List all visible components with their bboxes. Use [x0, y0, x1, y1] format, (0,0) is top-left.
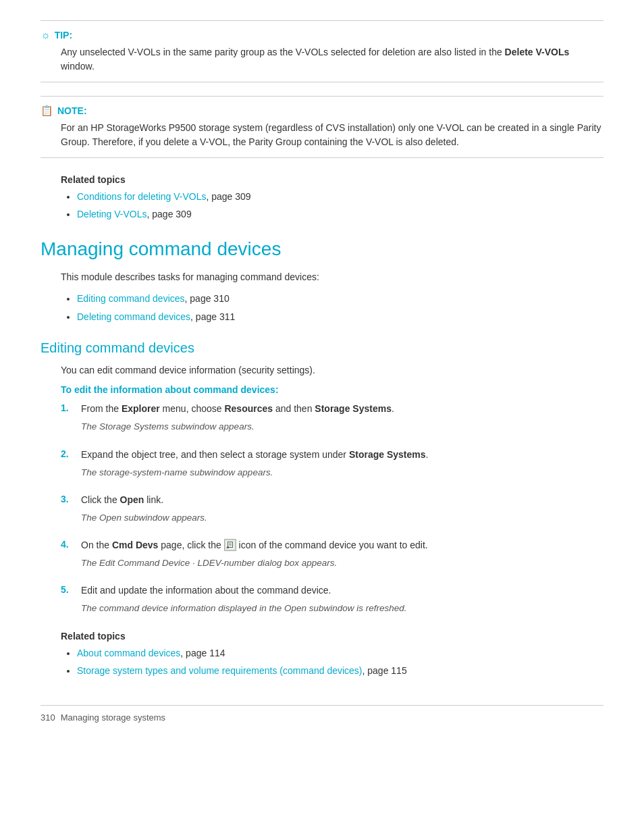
step-1-num: 1.: [61, 402, 81, 413]
step-2-sub: The storage-system-name subwindow appear…: [81, 466, 603, 479]
editing-command-devices-link[interactable]: Editing command devices: [77, 293, 185, 304]
deleting-vvols-link[interactable]: Deleting V-VOLs: [77, 209, 147, 219]
about-command-devices-link[interactable]: About command devices: [77, 648, 180, 658]
step-5-sub: The command device information displayed…: [81, 602, 603, 615]
managing-desc: This module describes tasks for managing…: [61, 269, 603, 284]
managing-title: Managing command devices: [41, 238, 603, 260]
step-5: 5. Edit and update the information about…: [61, 583, 603, 619]
editing-section: Editing command devices You can edit com…: [41, 340, 603, 678]
conditions-for-deleting-link[interactable]: Conditions for deleting V-VOLs: [77, 191, 206, 202]
list-item: Conditions for deleting V-VOLs, page 309: [77, 189, 603, 204]
related-topics-2-label: Related topics: [61, 631, 603, 642]
note-block: 📋 NOTE: For an HP StorageWorks P9500 sto…: [41, 96, 603, 158]
deleting-command-devices-link[interactable]: Deleting command devices: [77, 311, 190, 322]
list-item: Editing command devices, page 310: [77, 291, 603, 306]
note-text: For an HP StorageWorks P9500 storage sys…: [61, 121, 603, 149]
related-topics-1-section: Related topics Conditions for deleting V…: [41, 174, 603, 222]
tip-label: ☼ TIP:: [41, 29, 603, 41]
managing-bullets: Editing command devices, page 310 Deleti…: [61, 291, 603, 324]
tip-icon: ☼: [41, 29, 51, 41]
footer-bar: 310 Managing storage systems: [41, 705, 603, 723]
step-4: 4. On the Cmd Devs page, click the icon …: [61, 538, 603, 574]
list-item: Deleting command devices, page 311: [77, 309, 603, 324]
list-item: Deleting V-VOLs, page 309: [77, 207, 603, 221]
step-1: 1. From the Explorer menu, choose Resour…: [61, 402, 603, 438]
step-3-text: Click the Open link.: [81, 493, 603, 507]
step-2-num: 2.: [61, 448, 81, 459]
step-3-content: Click the Open link. The Open subwindow …: [81, 493, 603, 529]
step-4-sub: The Edit Command Device · LDEV-number di…: [81, 556, 603, 570]
list-item: About command devices, page 114: [77, 646, 603, 660]
related-topics-1-label: Related topics: [61, 174, 603, 185]
tip-bold: Delete V-VOLs: [505, 47, 570, 57]
related-topics-2-section: Related topics About command devices, pa…: [61, 631, 603, 679]
related-topics-2-list: About command devices, page 114 Storage …: [61, 646, 603, 679]
editing-title: Editing command devices: [41, 340, 603, 356]
tip-block: ☼ TIP: Any unselected V-VOLs in the same…: [41, 20, 603, 82]
tip-text: Any unselected V-VOLs in the same parity…: [61, 45, 603, 74]
procedure-intro: To edit the information about command de…: [61, 384, 603, 395]
step-4-content: On the Cmd Devs page, click the icon of …: [81, 538, 603, 574]
footer-page-num: 310: [41, 712, 55, 723]
step-2-text: Expand the object tree, and then select …: [81, 448, 603, 462]
note-label: 📋 NOTE:: [41, 105, 603, 117]
storage-system-types-link[interactable]: Storage system types and volume requirem…: [77, 665, 363, 676]
note-icon: 📋: [41, 105, 53, 117]
step-3-num: 3.: [61, 493, 81, 504]
step-2-content: Expand the object tree, and then select …: [81, 448, 603, 484]
managing-section: Managing command devices This module des…: [41, 238, 603, 324]
tip-heading: TIP:: [55, 30, 72, 41]
step-5-num: 5.: [61, 583, 81, 595]
steps-list: 1. From the Explorer menu, choose Resour…: [61, 402, 603, 619]
editing-desc: You can edit command device information …: [61, 363, 603, 377]
step-5-text: Edit and update the information about th…: [81, 583, 603, 598]
step-1-text: From the Explorer menu, choose Resources…: [81, 402, 603, 416]
list-item: Storage system types and volume requirem…: [77, 663, 603, 678]
related-topics-1-list: Conditions for deleting V-VOLs, page 309…: [61, 189, 603, 222]
step-1-sub: The Storage Systems subwindow appears.: [81, 420, 603, 434]
footer-text: Managing storage systems: [61, 712, 165, 723]
step-5-content: Edit and update the information about th…: [81, 583, 603, 619]
step-3-sub: The Open subwindow appears.: [81, 511, 603, 525]
step-4-text: On the Cmd Devs page, click the icon of …: [81, 538, 603, 552]
step-4-num: 4.: [61, 538, 81, 550]
step-1-content: From the Explorer menu, choose Resources…: [81, 402, 603, 438]
note-heading: NOTE:: [57, 105, 87, 116]
step-2: 2. Expand the object tree, and then sele…: [61, 448, 603, 484]
step-3: 3. Click the Open link. The Open subwind…: [61, 493, 603, 529]
edit-icon: [224, 539, 236, 551]
